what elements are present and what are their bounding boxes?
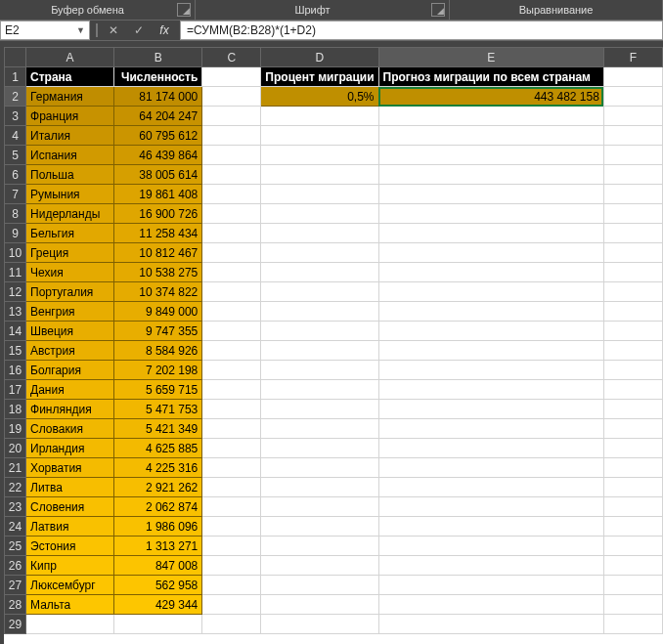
cell-E19[interactable] [378, 419, 603, 439]
cell-E27[interactable] [378, 576, 603, 595]
cell-B2[interactable]: 81 174 000 [114, 87, 202, 107]
row-header-21[interactable]: 21 [5, 458, 26, 478]
cell-B5[interactable]: 46 439 864 [114, 146, 202, 165]
cell-F23[interactable] [603, 497, 662, 517]
col-header-D[interactable]: D [261, 48, 378, 67]
cell-D2[interactable]: 0,5% [261, 87, 378, 107]
row-header-5[interactable]: 5 [5, 146, 26, 165]
cell-A14[interactable]: Швеция [26, 322, 114, 341]
cell-E23[interactable] [378, 497, 603, 517]
cell-B7[interactable]: 19 861 408 [114, 185, 202, 204]
cell-C29[interactable] [202, 615, 261, 634]
cell-E29[interactable] [378, 615, 603, 634]
cell-F8[interactable] [603, 204, 662, 224]
row-header-3[interactable]: 3 [5, 107, 26, 126]
cell-B26[interactable]: 847 008 [114, 556, 202, 576]
cell-B11[interactable]: 10 538 275 [114, 263, 202, 282]
grid[interactable]: ABCDEF 1СтранаЧисленностьПроцент миграци… [4, 47, 663, 644]
row-header-23[interactable]: 23 [5, 497, 26, 517]
cell-B18[interactable]: 5 471 753 [114, 400, 202, 419]
cell-D16[interactable] [261, 361, 378, 380]
cell-E12[interactable] [378, 282, 603, 302]
cell-A5[interactable]: Испания [26, 146, 114, 165]
cell-B4[interactable]: 60 795 612 [114, 126, 202, 146]
cell-A19[interactable]: Словакия [26, 419, 114, 439]
cell-B25[interactable]: 1 313 271 [114, 537, 202, 556]
cell-E4[interactable] [378, 126, 603, 146]
cell-A4[interactable]: Италия [26, 126, 114, 146]
cell-E3[interactable] [378, 107, 603, 126]
cell-B12[interactable]: 10 374 822 [114, 282, 202, 302]
cell-D1[interactable]: Процент миграции [261, 67, 378, 87]
cell-F1[interactable] [603, 67, 662, 87]
col-header-C[interactable]: C [202, 48, 261, 67]
cell-C3[interactable] [202, 107, 261, 126]
cell-B10[interactable]: 10 812 467 [114, 243, 202, 263]
cell-C1[interactable] [202, 67, 261, 87]
cell-B6[interactable]: 38 005 614 [114, 165, 202, 185]
name-box-dropdown-icon[interactable]: ▼ [76, 25, 85, 35]
cell-C21[interactable] [202, 458, 261, 478]
row-header-18[interactable]: 18 [5, 400, 26, 419]
row-header-24[interactable]: 24 [5, 517, 26, 537]
cell-C15[interactable] [202, 341, 261, 361]
cell-F18[interactable] [603, 400, 662, 419]
cell-E15[interactable] [378, 341, 603, 361]
cell-C18[interactable] [202, 400, 261, 419]
cell-A15[interactable]: Австрия [26, 341, 114, 361]
cell-A10[interactable]: Греция [26, 243, 114, 263]
cell-D19[interactable] [261, 419, 378, 439]
cell-E5[interactable] [378, 146, 603, 165]
cell-F17[interactable] [603, 380, 662, 400]
cell-B14[interactable]: 9 747 355 [114, 322, 202, 341]
cell-C23[interactable] [202, 497, 261, 517]
cell-E14[interactable] [378, 322, 603, 341]
cell-B24[interactable]: 1 986 096 [114, 517, 202, 537]
cell-A23[interactable]: Словения [26, 497, 114, 517]
cell-A6[interactable]: Польша [26, 165, 114, 185]
cell-A11[interactable]: Чехия [26, 263, 114, 282]
fx-icon[interactable]: fx [155, 21, 174, 39]
row-header-14[interactable]: 14 [5, 322, 26, 341]
cell-F2[interactable] [603, 87, 662, 107]
cell-D14[interactable] [261, 322, 378, 341]
cell-C13[interactable] [202, 302, 261, 322]
cell-E18[interactable] [378, 400, 603, 419]
cell-E28[interactable] [378, 595, 603, 615]
cell-F9[interactable] [603, 224, 662, 243]
cell-B28[interactable]: 429 344 [114, 595, 202, 615]
cell-C6[interactable] [202, 165, 261, 185]
row-header-16[interactable]: 16 [5, 361, 26, 380]
row-header-1[interactable]: 1 [5, 67, 26, 87]
select-all-corner[interactable] [5, 48, 26, 67]
cell-E16[interactable] [378, 361, 603, 380]
cell-A26[interactable]: Кипр [26, 556, 114, 576]
cell-F15[interactable] [603, 341, 662, 361]
cell-A27[interactable]: Люксембург [26, 576, 114, 595]
cell-F29[interactable] [603, 615, 662, 634]
cell-C27[interactable] [202, 576, 261, 595]
accept-formula-icon[interactable]: ✓ [129, 21, 149, 39]
cell-A21[interactable]: Хорватия [26, 458, 114, 478]
cell-C7[interactable] [202, 185, 261, 204]
cell-F11[interactable] [603, 263, 662, 282]
cell-C9[interactable] [202, 224, 261, 243]
cell-E25[interactable] [378, 537, 603, 556]
cell-A17[interactable]: Дания [26, 380, 114, 400]
cell-F4[interactable] [603, 126, 662, 146]
row-header-2[interactable]: 2 [5, 87, 26, 107]
cell-D6[interactable] [261, 165, 378, 185]
cell-C5[interactable] [202, 146, 261, 165]
cell-C24[interactable] [202, 517, 261, 537]
cell-B29[interactable] [114, 615, 202, 634]
cell-F5[interactable] [603, 146, 662, 165]
cell-D3[interactable] [261, 107, 378, 126]
cell-D22[interactable] [261, 478, 378, 497]
cell-A2[interactable]: Германия [26, 87, 114, 107]
cell-B1[interactable]: Численность [114, 67, 202, 87]
cell-C4[interactable] [202, 126, 261, 146]
cell-B15[interactable]: 8 584 926 [114, 341, 202, 361]
cell-B23[interactable]: 2 062 874 [114, 497, 202, 517]
col-header-F[interactable]: F [603, 48, 662, 67]
row-header-13[interactable]: 13 [5, 302, 26, 322]
